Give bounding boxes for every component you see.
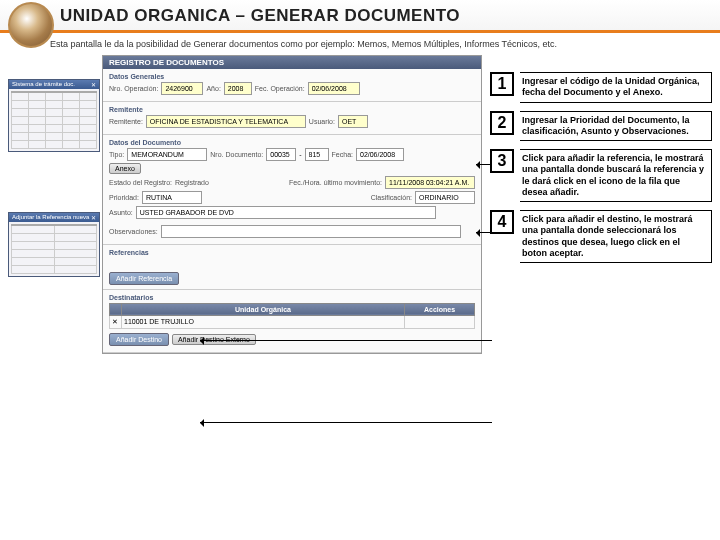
section-title: Datos Generales xyxy=(109,73,475,80)
section-title: Datos del Documento xyxy=(109,139,475,146)
section-datos-documento: Datos del Documento Tipo: Nro. Documento… xyxy=(103,135,481,245)
label-fec-mov: Fec./Hora. último movimiento: xyxy=(289,179,382,186)
label-nro-operacion: Nro. Operación: xyxy=(109,85,158,92)
destinatarios-table: Unidad Orgánica Acciones ✕ 110001 DE TRU… xyxy=(109,303,475,329)
input-usuario[interactable] xyxy=(338,115,368,128)
mini-win1-title: Sistema de trámite doc. xyxy=(12,81,75,88)
side-panel: Sistema de trámite doc.✕ Adjuntar la Ref… xyxy=(8,79,100,283)
arrow-3 xyxy=(200,340,492,341)
label-remitente: Remitente: xyxy=(109,118,143,125)
label-asunto: Asunto: xyxy=(109,209,133,216)
table-row[interactable]: ✕ 110001 DE TRUJILLO xyxy=(110,315,475,328)
input-asunto[interactable] xyxy=(136,206,436,219)
arrow-1 xyxy=(476,164,492,165)
form-window-title: REGISTRO DE DOCUMENTOS xyxy=(103,56,481,69)
input-fec-op[interactable] xyxy=(308,82,360,95)
input-tipo[interactable] xyxy=(127,148,207,161)
input-prioridad[interactable] xyxy=(142,191,202,204)
logo xyxy=(8,2,54,48)
dest-value: 110001 DE TRUJILLO xyxy=(122,315,405,328)
input-nro-doc-1[interactable] xyxy=(266,148,296,161)
input-remitente[interactable] xyxy=(146,115,306,128)
delete-row-icon[interactable]: ✕ xyxy=(110,315,122,328)
mini-table-2 xyxy=(11,224,97,274)
label-obs: Observaciones: xyxy=(109,228,158,235)
label-estado: Estado del Registro: xyxy=(109,179,172,186)
mini-window-1: Sistema de trámite doc.✕ xyxy=(8,79,100,152)
page-title: UNIDAD ORGANICA – GENERAR DOCUMENTO xyxy=(60,6,710,26)
callouts: 1 Ingresar el código de la Unidad Orgáni… xyxy=(490,72,712,271)
close-icon[interactable]: ✕ xyxy=(91,214,96,221)
input-ano[interactable] xyxy=(224,82,252,95)
label-ano: Año: xyxy=(206,85,220,92)
section-title: Referencias xyxy=(109,249,475,256)
section-destinatarios: Destinatarios Unidad Orgánica Acciones ✕… xyxy=(103,290,481,353)
section-title: Destinatarios xyxy=(109,294,475,301)
col-unidad-organica: Unidad Orgánica xyxy=(122,303,405,315)
callout-3: 3 Click para añadir la referencia, le mo… xyxy=(490,149,712,202)
arrow-4 xyxy=(200,422,492,423)
close-icon[interactable]: ✕ xyxy=(91,81,96,88)
callout-text: Ingresar la Prioridad del Documento, la … xyxy=(522,115,690,136)
add-reference-button[interactable]: Añadir Referencia xyxy=(109,272,179,285)
section-datos-generales: Datos Generales Nro. Operación: Año: Fec… xyxy=(103,69,481,102)
callout-number: 4 xyxy=(490,210,514,234)
callout-number: 2 xyxy=(490,111,514,135)
callout-4: 4 Click para añadir el destino, le mostr… xyxy=(490,210,712,263)
mini-table-1 xyxy=(11,91,97,149)
callout-number: 1 xyxy=(490,72,514,96)
section-referencias: Referencias Añadir Referencia xyxy=(103,245,481,290)
label-fecha: Fecha: xyxy=(332,151,353,158)
callout-number: 3 xyxy=(490,149,514,173)
label-fec-op: Fec. Operación: xyxy=(255,85,305,92)
callout-2: 2 Ingresar la Prioridad del Documento, l… xyxy=(490,111,712,142)
form-panel: REGISTRO DE DOCUMENTOS Datos Generales N… xyxy=(102,55,482,354)
input-nro-doc-2[interactable] xyxy=(305,148,329,161)
arrow-2 xyxy=(476,232,492,233)
page-subtitle: Esta pantalla le da la posibilidad de Ge… xyxy=(50,39,670,51)
anexo-button[interactable]: Anexo xyxy=(109,163,141,174)
col-acciones: Acciones xyxy=(405,303,475,315)
section-remitente: Remitente Remitente: Usuario: xyxy=(103,102,481,135)
callout-1: 1 Ingresar el código de la Unidad Orgáni… xyxy=(490,72,712,103)
label-clasif: Clasificación: xyxy=(371,194,412,201)
page-header: UNIDAD ORGANICA – GENERAR DOCUMENTO xyxy=(0,0,720,33)
input-clasif[interactable] xyxy=(415,191,475,204)
input-fec-mov[interactable] xyxy=(385,176,475,189)
mini-win2-title: Adjuntar la Referencia nueva xyxy=(12,214,89,221)
value-estado: Registrado xyxy=(175,179,209,186)
label-tipo: Tipo: xyxy=(109,151,124,158)
label-prioridad: Prioridad: xyxy=(109,194,139,201)
label-usuario: Usuario: xyxy=(309,118,335,125)
label-nro-doc: Nro. Documento: xyxy=(210,151,263,158)
mini-window-2: Adjuntar la Referencia nueva✕ xyxy=(8,212,100,277)
section-title: Remitente xyxy=(109,106,475,113)
callout-text: Click para añadir la referencia, le most… xyxy=(522,153,704,197)
callout-text: Click para añadir el destino, le mostrar… xyxy=(522,214,693,258)
input-fecha[interactable] xyxy=(356,148,404,161)
add-destino-button[interactable]: Añadir Destino xyxy=(109,333,169,346)
input-obs[interactable] xyxy=(161,225,461,238)
callout-text: Ingresar el código de la Unidad Orgánica… xyxy=(522,76,700,97)
input-nro-operacion[interactable] xyxy=(161,82,203,95)
